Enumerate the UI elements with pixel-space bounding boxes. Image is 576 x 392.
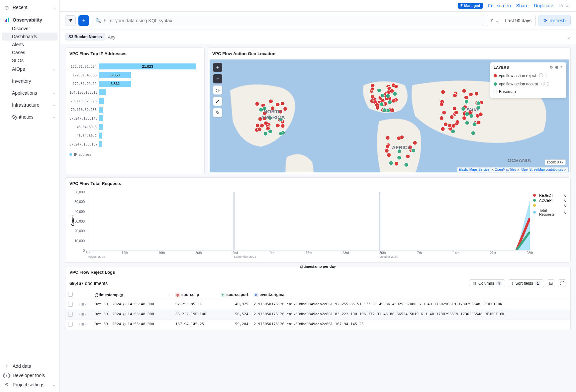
sidebar-item-inventory[interactable]: Inventory xyxy=(0,77,59,85)
more-icon[interactable]: ⋯ xyxy=(85,322,87,326)
filter-toggle-button[interactable]: ⧩ xyxy=(65,15,76,26)
sidebar-item-aiops[interactable]: AIOps⌄ xyxy=(0,64,59,74)
svg-point-6 xyxy=(281,101,285,105)
svg-point-115 xyxy=(451,129,455,133)
sidebar-item-cases[interactable]: Cases xyxy=(0,49,59,56)
cell-source-ip: 167.94.145.25 xyxy=(173,320,218,330)
bar-label: 172.31.21.11 xyxy=(69,82,99,86)
sidebar-section-observability[interactable]: Observability xyxy=(0,15,59,25)
sidebar-item-dashboards[interactable]: Dashboards xyxy=(2,33,57,41)
select-all-checkbox[interactable] xyxy=(68,292,73,297)
bar-row: 45.84.89.3 xyxy=(69,123,200,131)
bar-row: 87.247.158.145 xyxy=(69,114,200,123)
layer-item-reject[interactable]: vpc flow action rejectⓘ ▯ xyxy=(494,71,563,80)
sidebar-item-infrastructure[interactable]: Infrastructure⌄ xyxy=(0,100,59,110)
col-timestamp[interactable]: @timestamp ◷ ↓ xyxy=(92,290,173,300)
chevron-down-icon[interactable]: ⌄ xyxy=(567,34,571,40)
sidebar-add-data[interactable]: ✧Add data xyxy=(0,361,59,371)
svg-point-11 xyxy=(269,99,273,103)
duplicate-link[interactable]: Duplicate xyxy=(534,3,553,8)
filter-value: Any xyxy=(108,35,115,40)
fullscreen-link[interactable]: Full screen xyxy=(488,3,511,8)
attrib-osm[interactable]: OpenStreetMap contributors xyxy=(521,168,563,171)
layer-item-basemap[interactable]: Basemap xyxy=(494,88,563,95)
zoom-in-button[interactable]: ＋ xyxy=(213,63,222,72)
sidebar-item-slos[interactable]: SLOs xyxy=(0,56,59,64)
chevron-down-icon: ⌄ xyxy=(52,383,55,387)
attrib-openmaptiles[interactable]: OpenMapTiles xyxy=(495,168,516,171)
sidebar-project-settings[interactable]: ⚙Project settings⌄ xyxy=(0,380,59,389)
row-checkbox[interactable] xyxy=(68,312,73,317)
info-icon: ⓘ ▯ xyxy=(541,81,548,87)
expand-icon[interactable]: ↗ xyxy=(78,302,80,306)
list-icon[interactable]: ≡ xyxy=(560,65,563,69)
col-source-ip[interactable]: ipsource.ip xyxy=(173,290,218,300)
main-content: ⎘Managed Full screen Share Duplicate Res… xyxy=(60,0,576,392)
layer-item-accept[interactable]: vpc flow action acceptⓘ ▯ xyxy=(494,80,563,88)
svg-text:ASIA: ASIA xyxy=(466,106,479,112)
col-event-original[interactable]: kevent.original xyxy=(251,290,570,300)
reset-link[interactable]: Reset xyxy=(558,3,571,8)
eye-icon[interactable]: ◉ xyxy=(555,65,559,69)
svg-point-112 xyxy=(476,101,480,105)
time-picker[interactable]: 🗓⌄ Last 90 days xyxy=(487,15,536,26)
svg-point-23 xyxy=(255,124,259,128)
bar-label: 104.156.155.13 xyxy=(69,91,99,94)
svg-point-84 xyxy=(441,127,445,131)
geo-map[interactable]: NORTH AMERICA SOUTH AMERICA AFRICA ASIA … xyxy=(210,59,569,172)
table-row[interactable]: ↗▦⋯Oct 30, 2024 @ 14:55:48.00083.222.190… xyxy=(65,310,570,320)
attrib-elastic[interactable]: Elastic Maps Service xyxy=(459,168,490,171)
locate-button[interactable]: ◎ xyxy=(213,85,222,95)
bar-row: 79.110.62.133 xyxy=(69,105,200,114)
columns-icon: ▥ xyxy=(473,281,476,286)
refresh-button[interactable]: ⟳Refresh xyxy=(538,15,571,26)
panel-title: VPC Flow Top IP Addresses xyxy=(65,48,204,59)
bar-label: 79.110.62.133 xyxy=(69,108,99,112)
sidebar-developer-tools[interactable]: ❮/❯Developer tools xyxy=(0,371,59,380)
copy-icon[interactable]: ▦ xyxy=(82,302,84,306)
add-filter-button[interactable]: ＋ xyxy=(78,15,89,26)
col-source-port[interactable]: #source.port xyxy=(218,290,251,300)
query-input-wrap[interactable]: 🔍 xyxy=(92,15,484,26)
sidebar-item-discover[interactable]: Discover xyxy=(0,25,59,33)
svg-point-94 xyxy=(462,116,466,120)
svg-point-31 xyxy=(259,108,263,112)
expand-icon[interactable]: ↗ xyxy=(78,312,80,316)
sort-button[interactable]: ↕Sort fields1 xyxy=(508,279,544,287)
row-checkbox[interactable] xyxy=(68,322,73,327)
layers-header: LAYERS xyxy=(494,65,509,69)
sidebar-item-applications[interactable]: Applications⌄ xyxy=(0,88,59,98)
fullscreen-table-button[interactable]: ⛶ xyxy=(558,279,566,287)
svg-point-110 xyxy=(472,122,476,126)
sidebar-item-alerts[interactable]: Alerts xyxy=(0,41,59,49)
copy-icon[interactable]: ▦ xyxy=(82,312,84,316)
sort-icon: ↕ xyxy=(512,281,514,286)
columns-button[interactable]: ▥Columns4 xyxy=(469,279,505,287)
filter-bar: S3 Bucket Names Any ⌄ xyxy=(60,30,576,44)
more-icon[interactable]: ⋯ xyxy=(85,312,87,316)
svg-point-136 xyxy=(389,161,393,165)
sidebar-item-synthetics[interactable]: Synthetics⌄ xyxy=(0,112,59,122)
eye-off-icon[interactable]: ⊘ xyxy=(550,65,553,69)
zoom-out-button[interactable]: － xyxy=(213,74,222,83)
fit-bounds-button[interactable]: ⤢ xyxy=(213,97,222,106)
sidebar-recent[interactable]: ◷ Recent ⌄ xyxy=(0,3,59,12)
density-button[interactable]: ▤ xyxy=(547,279,555,287)
filter-chip[interactable]: S3 Bucket Names xyxy=(65,33,105,41)
chevron-down-icon: ⌄ xyxy=(52,103,55,107)
table-row[interactable]: ↗▦⋯Oct 30, 2024 @ 14:55:48.00092.255.85.… xyxy=(65,300,570,310)
gear-icon: ⚙ xyxy=(4,382,9,387)
svg-rect-0 xyxy=(5,20,6,22)
table-row[interactable]: ↗▦⋯Oct 30, 2024 @ 14:55:48.000167.94.145… xyxy=(65,320,570,330)
expand-icon: ⛶ xyxy=(560,281,564,286)
expand-icon[interactable]: ↗ xyxy=(78,322,80,326)
share-link[interactable]: Share xyxy=(516,3,528,8)
tools-button[interactable]: ✎ xyxy=(213,108,222,117)
calendar-button[interactable]: 🗓⌄ xyxy=(487,15,501,26)
svg-point-109 xyxy=(452,106,456,110)
more-icon[interactable]: ⋯ xyxy=(85,302,87,306)
row-checkbox[interactable] xyxy=(68,302,73,307)
query-input[interactable] xyxy=(104,18,480,23)
svg-point-137 xyxy=(397,155,401,159)
copy-icon[interactable]: ▦ xyxy=(82,322,84,326)
